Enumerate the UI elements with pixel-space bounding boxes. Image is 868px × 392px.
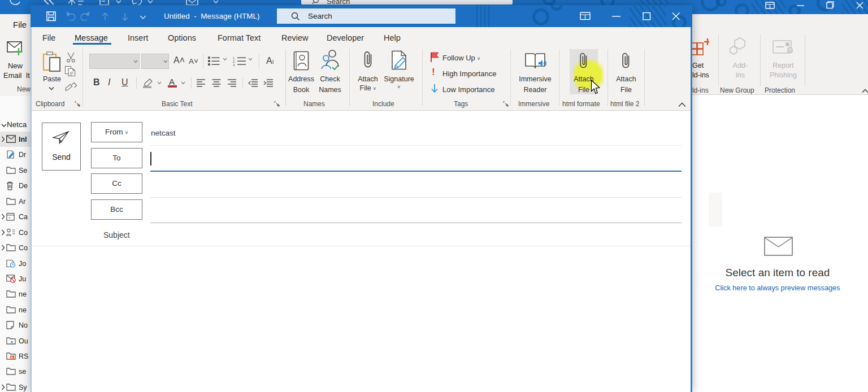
svg-text:3: 3 — [233, 63, 235, 66]
